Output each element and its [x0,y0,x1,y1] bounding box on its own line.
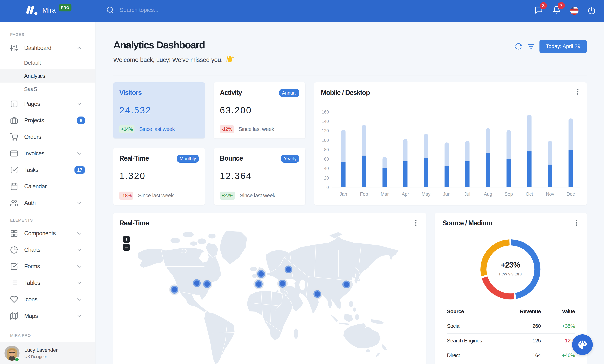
svg-text:20: 20 [324,176,329,180]
svg-text:40: 40 [324,166,329,171]
svg-text:140: 140 [322,119,329,124]
svg-text:80: 80 [324,147,329,152]
svg-text:Dec: Dec [566,191,575,197]
svg-text:Sep: Sep [504,191,513,197]
svg-text:Nov: Nov [546,191,554,197]
svg-text:+23%: +23% [501,260,520,269]
svg-text:Jul: Jul [464,191,470,197]
svg-text:Mar: Mar [381,191,389,197]
svg-text:Jun: Jun [443,191,450,197]
svg-text:Apr: Apr [402,191,409,197]
svg-text:Feb: Feb [360,191,368,197]
svg-text:120: 120 [322,128,329,133]
svg-text:new visitors: new visitors [499,272,522,276]
svg-text:0: 0 [326,185,329,190]
svg-text:Aug: Aug [484,191,492,197]
svg-text:100: 100 [322,138,329,143]
svg-text:Oct: Oct [526,191,533,197]
svg-text:May: May [421,191,430,197]
svg-text:60: 60 [324,157,329,162]
svg-text:160: 160 [322,110,329,114]
svg-text:Jan: Jan [340,191,347,197]
